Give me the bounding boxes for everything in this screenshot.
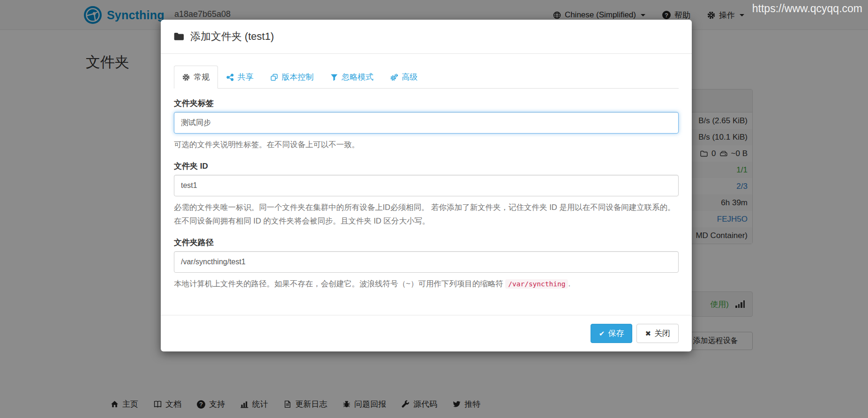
tab-advanced[interactable]: 高级 — [382, 66, 426, 89]
add-folder-dialog: 添加文件夹 (test1) 常规 — [161, 20, 692, 351]
gear-icon — [182, 74, 190, 81]
folder-id-help: 必需的文件夹唯一标识。同一个文件夹在集群中的所有设备上ID必须相同。 若你添加了… — [174, 201, 679, 228]
app-root: Syncthing a18ae7b65a08 Chinese (Simplifi… — [0, 0, 868, 418]
dialog-title: 添加文件夹 (test1) — [190, 30, 274, 44]
close-icon: ✖ — [645, 329, 651, 338]
watermark-url: https://www.qcyqq.com — [752, 2, 862, 15]
folder-id-group: 文件夹 ID 必需的文件夹唯一标识。同一个文件夹在集群中的所有设备上ID必须相同… — [174, 161, 679, 228]
folder-label-input[interactable] — [174, 112, 679, 134]
dialog-tabs: 常规 共享 — [174, 66, 679, 89]
folder-path-input[interactable] — [174, 251, 679, 273]
folder-path-help-code: /var/syncthing — [505, 279, 568, 289]
folder-id-label: 文件夹 ID — [174, 161, 679, 172]
save-button[interactable]: ✔ 保存 — [591, 324, 633, 343]
filter-icon — [330, 74, 338, 81]
folder-path-help-suffix: . — [568, 279, 570, 288]
close-button[interactable]: ✖ 关闭 — [636, 324, 679, 343]
dialog-footer: ✔ 保存 ✖ 关闭 — [161, 315, 692, 351]
folder-path-group: 文件夹路径 本地计算机上文件夹的路径。如果不存在，会创建它。波浪线符号（~）可用… — [174, 237, 679, 291]
tab-general[interactable]: 常规 — [174, 66, 218, 89]
check-icon: ✔ — [599, 329, 605, 338]
folder-label-group: 文件夹标签 可选的文件夹说明性标签。在不同设备上可以不一致。 — [174, 98, 679, 151]
tab-versioning[interactable]: 版本控制 — [262, 66, 322, 89]
folder-label-help: 可选的文件夹说明性标签。在不同设备上可以不一致。 — [174, 138, 679, 151]
close-button-label: 关闭 — [654, 328, 670, 339]
tab-label: 共享 — [238, 72, 254, 82]
folder-label-label: 文件夹标签 — [174, 98, 679, 109]
dialog-header: 添加文件夹 (test1) — [161, 20, 692, 54]
folder-icon — [174, 32, 184, 41]
tab-label: 高级 — [402, 72, 418, 82]
dialog-body: 常规 共享 — [161, 54, 692, 291]
tab-label: 常规 — [194, 72, 210, 82]
tab-sharing[interactable]: 共享 — [218, 66, 262, 89]
folder-path-help: 本地计算机上文件夹的路径。如果不存在，会创建它。波浪线符号（~）可用作下列项目的… — [174, 277, 679, 291]
folder-id-input[interactable] — [174, 175, 679, 196]
tab-label: 版本控制 — [282, 72, 314, 82]
save-button-label: 保存 — [608, 328, 624, 339]
cogs-icon — [390, 74, 398, 81]
versions-icon — [270, 74, 278, 81]
share-icon — [226, 74, 234, 81]
folder-path-help-prefix: 本地计算机上文件夹的路径。如果不存在，会创建它。波浪线符号（~）可用作下列项目的… — [174, 279, 505, 288]
folder-path-label: 文件夹路径 — [174, 237, 679, 248]
tab-label: 忽略模式 — [342, 72, 374, 82]
tab-ignore-patterns[interactable]: 忽略模式 — [322, 66, 382, 89]
